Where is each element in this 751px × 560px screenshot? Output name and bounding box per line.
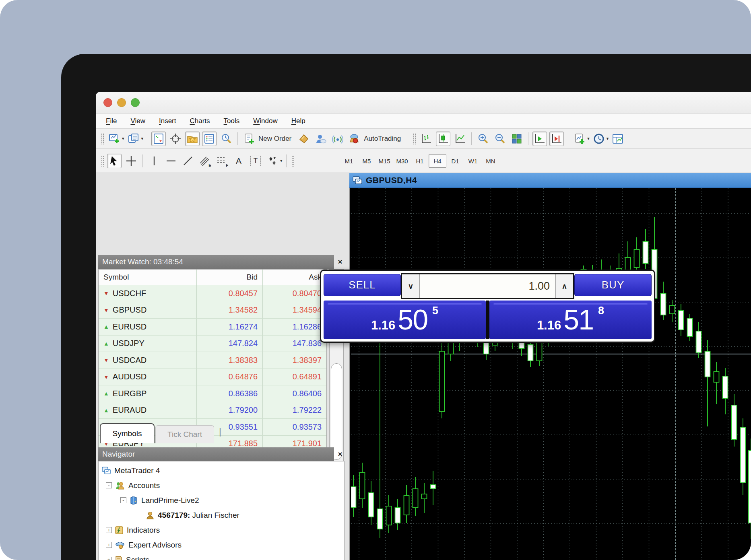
zoom-out-button[interactable]: [493, 132, 507, 146]
column-header-bid[interactable]: Bid: [197, 270, 263, 285]
table-row-audusd[interactable]: ▼AUDUSD0.648760.64891: [99, 369, 326, 386]
trendline-tool-button[interactable]: [181, 154, 195, 168]
menu-item-help[interactable]: Help: [285, 117, 312, 125]
market-watch-toggle-button[interactable]: [151, 132, 166, 146]
sell-price-panel[interactable]: 1.16 50 5: [324, 301, 486, 339]
nav-item-accounts[interactable]: -Accounts: [99, 478, 344, 493]
table-row-eurusd[interactable]: ▲EURUSD1.162741.16286: [99, 319, 326, 336]
timeframe-D1[interactable]: D1: [446, 154, 464, 168]
tile-windows-button[interactable]: [510, 132, 524, 146]
timeframe-H1[interactable]: H1: [411, 154, 429, 168]
table-row-euraud[interactable]: ▲EURAUD1.792001.79222: [99, 402, 326, 419]
chevron-down-icon[interactable]: ▾: [280, 158, 283, 163]
table-row-usdjpy[interactable]: ▲USDJPY147.824147.836: [99, 336, 326, 352]
indicators-button[interactable]: [572, 132, 587, 146]
timeframe-M5[interactable]: M5: [358, 154, 376, 168]
data-window-button[interactable]: [168, 132, 183, 146]
crosshair-tool-button[interactable]: [124, 154, 138, 168]
new-order-label[interactable]: New Order: [258, 135, 291, 143]
timeframe-H4[interactable]: H4: [429, 154, 446, 168]
toolbar-grip[interactable]: [101, 155, 104, 167]
buy-price-panel[interactable]: 1.16 51 8: [489, 301, 652, 339]
menu-item-charts[interactable]: Charts: [183, 117, 217, 125]
nav-item-metatrader-4[interactable]: MetaTrader 4: [99, 463, 344, 478]
volume-increase-button[interactable]: ∧: [555, 274, 573, 298]
fibonacci-tool-button[interactable]: F: [215, 154, 229, 168]
chevron-down-icon[interactable]: ▾: [122, 136, 124, 141]
timeframe-M15[interactable]: M15: [376, 154, 393, 168]
sell-button[interactable]: SELL: [324, 274, 401, 296]
scrollbar-thumb[interactable]: [331, 363, 342, 460]
tree-expander[interactable]: -: [106, 482, 112, 488]
table-row-eurgbp[interactable]: ▲EURGBP0.863860.86406: [99, 385, 326, 402]
bar-chart-mode-button[interactable]: [419, 132, 433, 146]
nav-item-expert-advisors[interactable]: +Expert Advisors: [99, 537, 344, 552]
horizontal-line-tool-button[interactable]: [164, 154, 178, 168]
column-header-ask[interactable]: Ask: [263, 270, 326, 285]
navigator-close-button[interactable]: ×: [336, 449, 345, 459]
close-window-button[interactable]: [103, 98, 112, 107]
nav-item-4567179[interactable]: 4567179: Julian Fischer: [99, 508, 344, 523]
menu-item-view[interactable]: View: [124, 117, 152, 125]
tree-expander[interactable]: +: [106, 557, 112, 560]
volume-input[interactable]: 1.00: [420, 274, 555, 298]
market-watch-close-button[interactable]: ×: [336, 257, 345, 267]
panel-splitter[interactable]: [345, 173, 349, 560]
toolbar-grip[interactable]: [101, 133, 104, 144]
arrows-tool-button[interactable]: [265, 154, 280, 168]
minimize-window-button[interactable]: [117, 98, 126, 107]
new-order-button[interactable]: [242, 132, 256, 146]
table-row-usdcad[interactable]: ▼USDCAD1.383831.38397: [99, 352, 326, 369]
tab-tick-chart[interactable]: Tick Chart: [155, 425, 214, 443]
toolbar-grip[interactable]: [413, 133, 416, 144]
zoom-in-button[interactable]: [476, 132, 490, 146]
chevron-down-icon[interactable]: ▾: [141, 136, 144, 141]
periods-button[interactable]: [592, 132, 606, 146]
channel-tool-button[interactable]: E: [198, 154, 212, 168]
menu-item-tools[interactable]: Tools: [217, 117, 247, 125]
autotrading-button[interactable]: [347, 132, 362, 146]
vertical-line-tool-button[interactable]: [147, 154, 161, 168]
mql-book-button[interactable]: [297, 132, 311, 146]
tree-expander[interactable]: -: [120, 497, 126, 503]
column-header-symbol[interactable]: Symbol: [99, 270, 197, 285]
terminal-toggle-button[interactable]: [202, 132, 217, 146]
community-button[interactable]: [314, 132, 328, 146]
nav-item-indicators[interactable]: +Indicators: [99, 523, 344, 537]
timeframe-W1[interactable]: W1: [464, 154, 482, 168]
nav-item-scripts[interactable]: +Scripts: [99, 552, 344, 560]
table-row-gbpusd[interactable]: ▼GBPUSD1.345821.34594: [99, 302, 326, 319]
nav-item-landprime-live2[interactable]: -LandPrime-Live2: [99, 493, 344, 508]
navigator-toggle-button[interactable]: [185, 132, 200, 146]
templates-button[interactable]: [611, 132, 625, 146]
auto-scroll-button[interactable]: [532, 132, 547, 146]
table-row-usdchf[interactable]: ▼USDCHF0.804570.80470: [99, 285, 326, 302]
timeframe-M30[interactable]: M30: [393, 154, 411, 168]
zoom-window-button[interactable]: [131, 98, 140, 107]
text-tool-button[interactable]: A: [231, 154, 246, 168]
line-chart-mode-button[interactable]: [453, 132, 467, 146]
candlestick-mode-button[interactable]: [436, 132, 450, 146]
menu-item-insert[interactable]: Insert: [152, 117, 183, 125]
chevron-down-icon[interactable]: ▾: [587, 136, 590, 141]
menu-item-window[interactable]: Window: [246, 117, 284, 125]
timeframe-M1[interactable]: M1: [340, 154, 358, 168]
chevron-down-icon[interactable]: ▾: [607, 136, 609, 141]
toolbar-grip[interactable]: [291, 155, 294, 167]
volume-decrease-button[interactable]: ∨: [402, 274, 420, 298]
tree-expander[interactable]: +: [106, 527, 112, 533]
cursor-tool-button[interactable]: [107, 154, 122, 168]
chart-shift-button[interactable]: [549, 132, 564, 146]
profiles-button[interactable]: [126, 132, 141, 146]
tree-expander[interactable]: +: [106, 542, 112, 548]
signals-button[interactable]: [330, 132, 345, 146]
timeframe-MN[interactable]: MN: [482, 154, 499, 168]
text-label-tool-button[interactable]: T: [248, 154, 263, 168]
menu-item-file[interactable]: File: [99, 117, 124, 125]
buy-button[interactable]: BUY: [574, 274, 652, 296]
new-chart-button[interactable]: [107, 132, 122, 146]
strategy-tester-button[interactable]: [219, 132, 233, 146]
autotrading-label[interactable]: AutoTrading: [364, 135, 401, 143]
chart-area[interactable]: [349, 188, 751, 560]
tab-symbols[interactable]: Symbols: [100, 423, 155, 443]
